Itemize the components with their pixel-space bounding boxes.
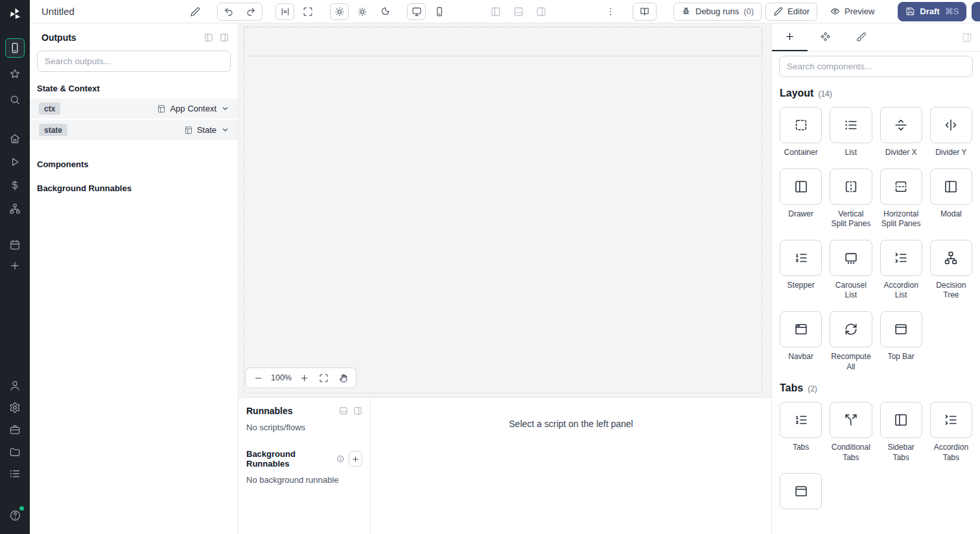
rail-item-plus[interactable]: [5, 256, 25, 275]
rail-item-search[interactable]: [5, 90, 25, 110]
tab-component-settings[interactable]: [808, 23, 843, 51]
chevron-down-icon: [220, 125, 230, 135]
rail-item-dollar-sign[interactable]: [5, 176, 25, 195]
rail-item-star[interactable]: [5, 64, 25, 84]
play-icon: [9, 156, 21, 168]
save-icon: [905, 6, 915, 16]
component-card-button[interactable]: [780, 168, 822, 205]
components-panel-tabs: [772, 23, 980, 52]
toggle-bottom-panel-button[interactable]: [509, 3, 528, 20]
component-card-button[interactable]: [880, 168, 922, 205]
more-menu-button[interactable]: [601, 3, 620, 20]
component-card-label: Carousel List: [830, 281, 872, 301]
components-search-input[interactable]: [779, 56, 973, 77]
panel-left-icon: [894, 413, 908, 427]
windmill-logo[interactable]: [8, 6, 23, 21]
rail-item-nodes[interactable]: [5, 199, 25, 218]
empty-scripts-text: No scripts/flows: [246, 423, 362, 432]
state-row[interactable]: state State: [30, 120, 238, 140]
state-badge: state: [39, 124, 67, 136]
brush-icon: [856, 31, 867, 42]
ctx-row[interactable]: ctx App Context: [30, 99, 238, 119]
draft-shortcut: ⌘S: [945, 6, 959, 16]
preview-button[interactable]: Preview: [822, 3, 882, 21]
canvas-grid-outline: [244, 27, 762, 393]
rail-item-briefcase[interactable]: [5, 420, 25, 439]
redo-button[interactable]: [240, 3, 262, 20]
select-script-hint: Select a script on the left panel: [509, 419, 633, 429]
panel-left-icon[interactable]: [204, 33, 213, 42]
panel-bottom-icon[interactable]: [339, 406, 348, 415]
tab-insert-component[interactable]: [772, 23, 808, 51]
component-card-label: Decision Tree: [930, 281, 972, 301]
component-card-button[interactable]: [880, 402, 922, 438]
canvas-width-button[interactable]: [275, 3, 294, 20]
component-card-button[interactable]: [830, 168, 872, 205]
component-card-button[interactable]: [830, 311, 872, 347]
zoom-out-button[interactable]: [249, 369, 267, 386]
outputs-search-input[interactable]: [37, 51, 231, 72]
rail-item-user[interactable]: [5, 376, 25, 395]
component-card-label: Horizontal Split Panes: [880, 209, 922, 229]
component-card-button[interactable]: [880, 107, 922, 143]
editor-button[interactable]: Editor: [765, 3, 817, 21]
component-card-button[interactable]: [780, 473, 822, 509]
ctx-badge: ctx: [39, 102, 60, 115]
component-sections: Layout(14)ContainerListDivider XDivider …: [772, 77, 980, 534]
panel-right-icon[interactable]: [353, 406, 362, 415]
rename-app-button[interactable]: [185, 3, 204, 20]
component-card-button[interactable]: [930, 240, 972, 276]
pan-button[interactable]: [334, 369, 353, 386]
panel-right-icon[interactable]: [220, 33, 229, 42]
rail-item-list[interactable]: [5, 464, 25, 483]
rail-item-home[interactable]: [5, 129, 25, 148]
component-card-button[interactable]: [880, 240, 922, 276]
toggle-right-panel-button[interactable]: [531, 3, 550, 20]
tab-styling[interactable]: [843, 23, 879, 51]
rail-item-calendar[interactable]: [5, 235, 25, 255]
scale-fit-icon: [280, 6, 290, 17]
panel-bottom-icon: [513, 6, 524, 17]
theme-dark-button[interactable]: [375, 3, 394, 20]
deploy-button[interactable]: Deploy: [972, 2, 980, 21]
desktop-view-button[interactable]: [407, 3, 426, 20]
component-card-button[interactable]: [830, 240, 872, 276]
component-card-button[interactable]: [780, 240, 822, 276]
fit-view-button[interactable]: [315, 369, 333, 386]
theme-light-button[interactable]: [353, 3, 371, 20]
component-card-button[interactable]: [780, 402, 822, 438]
redo-icon: [246, 6, 256, 17]
rail-item-folder[interactable]: [5, 442, 25, 461]
mobile-view-button[interactable]: [430, 3, 449, 20]
app-canvas[interactable]: 100%: [239, 23, 771, 398]
component-card-button[interactable]: [780, 107, 822, 143]
rail-item-play[interactable]: [5, 152, 25, 172]
docs-button[interactable]: [633, 3, 657, 21]
component-card-button[interactable]: [930, 402, 972, 438]
component-card-sidebar-tabs: Sidebar Tabs: [880, 402, 922, 463]
component-card-button[interactable]: [830, 107, 872, 143]
component-card-label: Drawer: [788, 209, 813, 220]
component-card-button[interactable]: [780, 311, 822, 347]
pencil-icon: [773, 6, 783, 16]
debug-runs-button[interactable]: Debug runs (0): [673, 3, 762, 21]
toggle-left-panel-button[interactable]: [486, 3, 505, 20]
component-card-button[interactable]: [930, 168, 972, 205]
rail-item-smartphone[interactable]: [5, 38, 25, 58]
list-ordered-icon: [794, 251, 808, 265]
undo-button[interactable]: [218, 3, 240, 20]
component-card-button[interactable]: [830, 402, 872, 438]
component-card-button[interactable]: [880, 311, 922, 347]
theme-auto-button[interactable]: [330, 3, 349, 20]
fullscreen-button[interactable]: [298, 3, 317, 20]
rail-item-help[interactable]: [5, 505, 25, 525]
component-card-button[interactable]: [930, 107, 972, 143]
draft-button[interactable]: Draft ⌘S: [898, 2, 966, 21]
add-background-runnable-button[interactable]: [349, 451, 362, 467]
component-card-navbar: Navbar: [780, 311, 822, 372]
rail-item-gear[interactable]: [5, 398, 25, 417]
component-card-label: Navbar: [788, 352, 813, 362]
collapse-panel-icon[interactable]: [962, 32, 972, 43]
zoom-in-button[interactable]: [296, 369, 314, 386]
canvas-top-row-outline: [244, 27, 762, 56]
